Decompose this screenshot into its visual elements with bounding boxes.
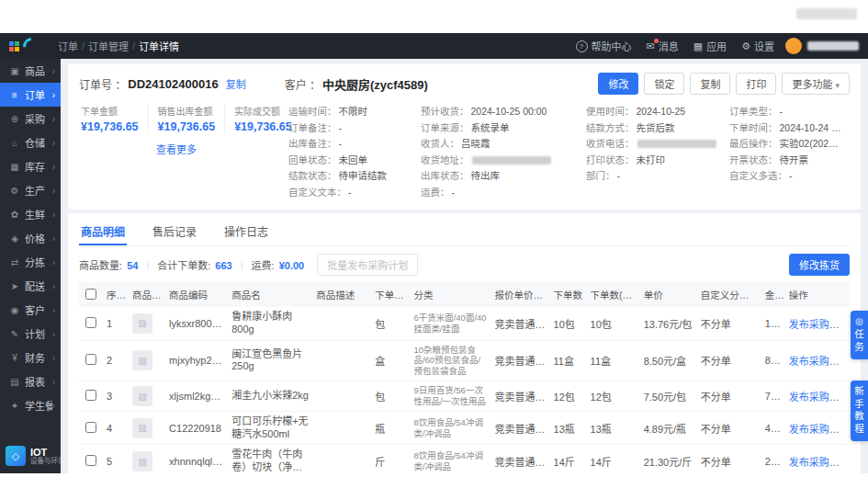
column-header: 下单单位 (371, 282, 410, 307)
stat-label: 运费: (252, 260, 277, 271)
detail-value: - (339, 136, 343, 153)
select-all-checkbox[interactable] (85, 289, 96, 300)
detail-value: - (789, 168, 793, 185)
user-menu[interactable] (785, 38, 859, 54)
more-actions-button[interactable]: 更多功能▾ (782, 73, 850, 95)
order-number-label: 订单号 ： (79, 76, 126, 92)
batch-publish-button[interactable]: 批量发布采购计划 (317, 254, 418, 276)
task-tab-label: 任务 (852, 329, 866, 354)
publish-purchase-plan-link[interactable]: 发布采购计划 (789, 457, 850, 468)
sidebar-item-goods[interactable]: ▣商品› (0, 59, 61, 83)
product-image-cell: ▨ (129, 381, 165, 412)
detail-field: 订单类型：- (729, 104, 842, 120)
sidebar-item-student-meal[interactable]: ✦学生餐› (0, 393, 61, 417)
row-actions-cell: 发布采购计划 (785, 411, 850, 445)
badge-dot (654, 39, 659, 43)
breadcrumb-item[interactable]: 订单管理 (88, 39, 129, 53)
detail-value: 不限时 (339, 104, 368, 120)
detail-field: 结款方式：先货后款 (586, 120, 722, 137)
row-checkbox[interactable] (85, 354, 96, 365)
topbar-action-help[interactable]: ?帮助中心 (576, 39, 632, 53)
sidebar-item-fresh[interactable]: ✿生鲜› (0, 202, 61, 226)
order-action-buttons: 修改 锁定 复制 打印 更多功能▾ (598, 73, 850, 95)
copy-order-number-link[interactable]: 复制 (226, 76, 246, 91)
sidebar-item-purchase[interactable]: ⊕采购› (0, 107, 61, 131)
guide-float-tab[interactable]: 新手教程 (851, 381, 868, 441)
order-qty: 11盒 (550, 340, 587, 381)
modify-picking-button[interactable]: 修改拣货 (789, 254, 850, 276)
detail-value: - (339, 120, 343, 137)
publish-purchase-plan-link[interactable]: 发布采购计划 (789, 319, 850, 330)
sidebar-item-finance[interactable]: ¥财务› (0, 346, 61, 369)
print-order-button[interactable]: 打印 (736, 73, 776, 95)
detail-column: 订单类型：-下单时间：2024-10-24 15:46最后操作：实验02(202… (729, 104, 850, 200)
chevron-right-icon: › (52, 186, 55, 196)
metric-value: ¥19,736.65 (234, 120, 292, 133)
sidebar-item-warehouse[interactable]: ⌂仓储› (0, 131, 61, 154)
split-type: 不分单 (697, 381, 761, 412)
sidebar-item-label: 商品 (25, 63, 52, 78)
detail-column: 预计收货：2024-10-25 00:00订单来源：系统录单收货人：吕晓霞收货地… (421, 104, 586, 200)
row-checkbox[interactable] (85, 455, 96, 466)
orders-icon: ≡ (8, 90, 21, 100)
publish-purchase-plan-link[interactable]: 发布采购计划 (789, 392, 850, 403)
row-checkbox[interactable] (85, 422, 96, 433)
lock-order-button[interactable]: 锁定 (644, 73, 684, 95)
detail-value: - (452, 185, 456, 201)
view-more-link[interactable]: 查看更多 (79, 142, 274, 156)
topbar-action-messages[interactable]: ✉消息 (647, 39, 679, 53)
sidebar-item-orders[interactable]: ≡订单› (0, 83, 61, 107)
detail-field: 开票状态：待开票 (729, 153, 842, 169)
sidebar-item-planning[interactable]: ✎计划› (0, 322, 61, 346)
tab-logs[interactable]: 操作日志 (222, 218, 270, 245)
iot-widget[interactable]: ◇ IOT 设备与环境 (0, 440, 61, 472)
topbar-action-label: 设置 (754, 39, 774, 53)
chevron-right-icon: › (52, 305, 55, 315)
split-type: 不分单 (697, 411, 761, 445)
quote-type: 竞卖普通报价 (490, 445, 549, 473)
detail-field: 出库备注：- (288, 136, 413, 153)
topbar-action-settings[interactable]: ⚙设置 (741, 39, 774, 53)
sidebar-item-sorting[interactable]: ⇄分拣› (0, 250, 61, 274)
sidebar-item-price[interactable]: ◈价格› (0, 226, 61, 250)
modify-order-button[interactable]: 修改 (598, 73, 638, 95)
order-header: 订单号 ： DD24102400016 复制 客户 ： 中央厨房(zycf458… (79, 73, 850, 95)
metric-value: ¥19,736.65 (81, 120, 139, 133)
task-float-tab[interactable]: ◎ 任务 (851, 311, 868, 359)
metric-label: 下单金额 (81, 104, 139, 118)
row-checkbox[interactable] (85, 390, 96, 401)
detail-field: 收货人：吕晓霞 (421, 136, 579, 153)
detail-label: 下单时间： (729, 120, 778, 137)
table-header-row: 序号商品图片商品编码商品名商品描述下单单位分类报价单价格(判断)下单数下单数(订… (79, 282, 850, 307)
detail-value: 2024-10-24 15:46 (780, 120, 843, 137)
copy-order-button[interactable]: 复制 (690, 73, 730, 95)
sidebar-item-reports[interactable]: ▤报表› (0, 369, 61, 393)
unit-price: 8.50元/盒 (640, 340, 697, 381)
product-image-placeholder: ▨ (132, 350, 152, 370)
page: 订单/订单管理/订单详情 ?帮助中心✉消息▦应用⚙设置 ▣商品›≡订单›⊕采购›… (0, 0, 868, 500)
tab-items[interactable]: 商品明细 (79, 218, 127, 245)
sidebar-item-customers[interactable]: ◉客户› (0, 298, 61, 322)
detail-field: 自定义多选：- (729, 168, 842, 185)
chevron-right-icon: › (52, 281, 55, 291)
metric-label: 实际成交额 (234, 104, 292, 118)
sidebar-item-inventory[interactable]: ▦库存› (0, 154, 61, 178)
iot-logo-icon: ◇ (6, 446, 26, 466)
unit-price: 4.89元/瓶 (640, 411, 697, 445)
publish-purchase-plan-link[interactable]: 发布采购计划 (789, 424, 850, 435)
product-category: 8饮用食品/54冲调类/冲调品 (410, 445, 490, 473)
detail-value: 系统录单 (471, 120, 510, 137)
order-body: 下单金额¥19,736.65销售出库金额¥19,736.65实际成交额¥19,7… (79, 104, 850, 200)
row-checkbox[interactable] (85, 317, 96, 328)
sidebar-item-delivery[interactable]: ➤配送› (0, 274, 61, 298)
detail-value: - (617, 168, 621, 185)
topbar-action-apps[interactable]: ▦应用 (693, 39, 727, 53)
publish-purchase-plan-link[interactable]: 发布采购计划 (789, 356, 850, 367)
sidebar-item-production[interactable]: ⚙生产› (0, 178, 61, 202)
row-index: 1 (103, 307, 129, 340)
breadcrumb-item[interactable]: 订单 (58, 39, 78, 53)
split-type: 不分单 (697, 445, 761, 473)
tab-aftersale[interactable]: 售后记录 (151, 218, 198, 245)
detail-field: 出库状态：待出库 (421, 168, 579, 185)
detail-label: 收货地址： (421, 153, 469, 169)
